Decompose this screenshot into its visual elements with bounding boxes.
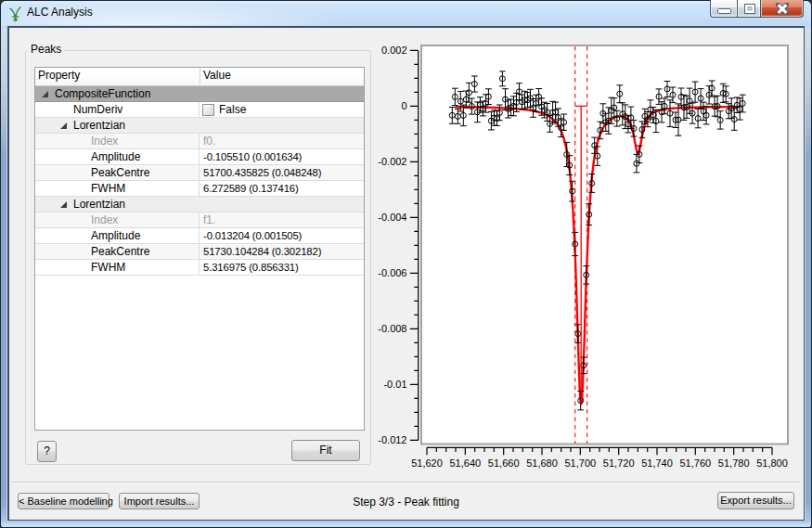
- svg-text:51,680: 51,680: [526, 457, 558, 469]
- svg-text:51,620: 51,620: [411, 457, 443, 469]
- svg-text:0: 0: [401, 100, 406, 111]
- svg-text:-0.012: -0.012: [378, 434, 406, 445]
- svg-text:51,720: 51,720: [603, 457, 635, 469]
- svg-text:0.002: 0.002: [381, 45, 407, 56]
- svg-text:51,740: 51,740: [641, 457, 673, 469]
- svg-text:51,640: 51,640: [449, 457, 481, 469]
- svg-text:-0.004: -0.004: [378, 212, 406, 223]
- svg-text:51,780: 51,780: [718, 457, 750, 469]
- svg-text:-0.002: -0.002: [378, 156, 406, 167]
- svg-text:51,660: 51,660: [488, 457, 520, 469]
- svg-text:-0.006: -0.006: [378, 267, 406, 278]
- svg-text:51,760: 51,760: [679, 457, 711, 469]
- svg-text:-0.01: -0.01: [383, 379, 406, 390]
- svg-text:51,700: 51,700: [564, 457, 596, 469]
- svg-text:51,800: 51,800: [756, 457, 788, 469]
- svg-text:-0.008: -0.008: [378, 323, 406, 334]
